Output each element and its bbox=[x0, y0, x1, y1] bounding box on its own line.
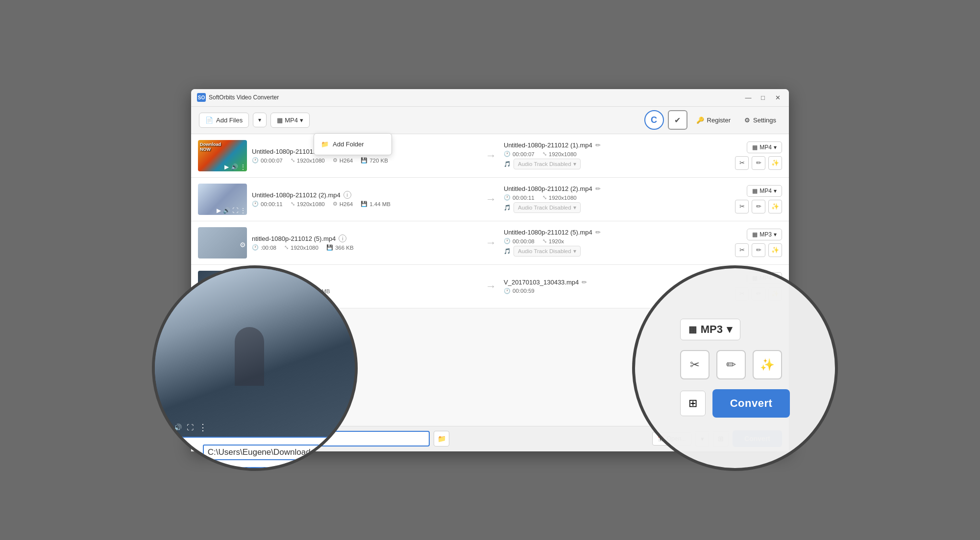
format-col-2: ▦ MP4 ▾ ✂ ✏ ✨ bbox=[735, 185, 782, 213]
format-grid-icon: ▦ bbox=[277, 117, 283, 124]
c-icon: C bbox=[651, 115, 657, 125]
video-controls: ▶ 🔊 ⛶ ⋮ bbox=[155, 422, 355, 433]
minimize-button[interactable]: — bbox=[743, 92, 754, 103]
size-1: 💾 720 KB bbox=[361, 157, 388, 164]
resolution-1: ⤡ 1920x1080 bbox=[291, 157, 325, 164]
format-selector-button[interactable]: ▦ MP4 ▾ bbox=[270, 113, 310, 128]
more-icon[interactable]: ⋮ bbox=[240, 207, 246, 214]
format-label: MP4 bbox=[285, 117, 298, 124]
file-info-2: Untitled-1080p-211012 (2).mp4 i 🕐 00:00:… bbox=[252, 191, 478, 207]
format-grid-icon: ▦ bbox=[688, 324, 697, 335]
zoom-left-content: ▶ 🔊 ⛶ ⋮ Save to C:\Users\Eugene\Download… bbox=[155, 268, 355, 468]
arrow-1: → bbox=[483, 149, 499, 162]
format-actions-2: ✂ ✏ ✨ bbox=[735, 200, 782, 213]
format-actions-3: ✂ ✏ ✨ bbox=[735, 243, 782, 257]
format-chevron-icon: ▾ bbox=[727, 323, 732, 336]
add-dropdown-button[interactable]: ▾ bbox=[253, 113, 267, 127]
play-icon[interactable]: ▶ bbox=[224, 164, 229, 170]
wand-button-2[interactable]: ✨ bbox=[768, 200, 782, 213]
grid-zoom-button[interactable]: ⊞ bbox=[680, 391, 706, 416]
arrow-right-icon: → bbox=[486, 193, 496, 206]
add-folder-item[interactable]: 📁 Add Folder bbox=[314, 137, 392, 152]
audio-track-dropdown-1[interactable]: Audio Track Disabled ▾ bbox=[514, 159, 581, 169]
format-grid-icon: ▦ bbox=[752, 144, 758, 151]
size-2: 💾 1.44 MB bbox=[361, 201, 391, 207]
play-icon[interactable]: ▶ bbox=[217, 207, 221, 214]
add-files-button[interactable]: 📄 Add Files bbox=[199, 113, 249, 128]
edit-zoom-button[interactable]: ✏ bbox=[716, 350, 746, 379]
more-button[interactable]: ⋮ bbox=[198, 422, 207, 433]
edit-icon-2[interactable]: ✏ bbox=[595, 185, 601, 192]
duration-1: 🕐 00:00:07 bbox=[252, 157, 283, 164]
arrow-3: → bbox=[483, 236, 499, 249]
app-icon: SO bbox=[197, 93, 206, 102]
save-to-zoom-label: Save to bbox=[164, 446, 197, 458]
add-files-label: Add Files bbox=[216, 117, 243, 124]
register-button[interactable]: 🔑 Register bbox=[691, 113, 735, 127]
dropdown-chevron: ▾ bbox=[573, 161, 576, 167]
format-dropdown-2[interactable]: ▦ MP4 ▾ bbox=[747, 185, 782, 197]
toolbar: 📄 Add Files ▾ ▦ MP4 ▾ 📁 Add Folder C ✔ 🔑 bbox=[191, 107, 789, 134]
file-name-2: Untitled-1080p-211012 (2).mp4 bbox=[252, 191, 341, 199]
codec-2: ⚙ H264 bbox=[333, 201, 353, 207]
thumbnail-2: ▶ 🔊 ⛶ ⋮ bbox=[198, 184, 247, 215]
wand-button-1[interactable]: ✨ bbox=[768, 156, 782, 170]
zoom-circle-right: ▦ MP3 ▾ ✂ ✏ ✨ ⊞ Convert bbox=[632, 265, 838, 471]
wand-zoom-button[interactable]: ✨ bbox=[753, 350, 782, 379]
cut-zoom-button[interactable]: ✂ bbox=[680, 350, 710, 379]
browse-folder-button[interactable]: 📁 bbox=[434, 431, 449, 446]
resolution-2: ⤡ 1920x1080 bbox=[291, 201, 325, 207]
cut-button-2[interactable]: ✂ bbox=[735, 200, 749, 213]
edit-icon-4[interactable]: ✏ bbox=[582, 279, 587, 286]
audio-track-dropdown-3[interactable]: Audio Track Disabled ▾ bbox=[514, 246, 581, 257]
format-arrow-icon: ▾ bbox=[300, 117, 303, 124]
format-chevron: ▾ bbox=[774, 231, 777, 238]
edit-button-2[interactable]: ✏ bbox=[752, 200, 765, 213]
format-col-3: ▦ MP3 ▾ ✂ ✏ ✨ bbox=[735, 229, 782, 257]
file-name-3: ntitled-1080p-211012 (5).mp4 bbox=[252, 235, 336, 242]
settings-label: Settings bbox=[753, 117, 776, 124]
more-icon[interactable]: ⋮ bbox=[240, 164, 246, 170]
settings-button[interactable]: ⚙ Settings bbox=[739, 113, 781, 127]
edit-icon-3[interactable]: ✏ bbox=[595, 229, 601, 236]
convert-zoom-button[interactable]: Convert bbox=[712, 389, 790, 418]
play-button[interactable]: ▶ bbox=[162, 422, 169, 433]
format-selector-zoom[interactable]: ▦ MP3 ▾ bbox=[680, 319, 740, 340]
settings-icon: ⚙ bbox=[240, 241, 246, 249]
checkmark-button[interactable]: ✔ bbox=[668, 110, 687, 130]
audio-icon-2: 🎵 bbox=[504, 204, 511, 211]
app-title: SoftOrbits Video Converter bbox=[209, 94, 743, 101]
format-dropdown-3[interactable]: ▦ MP3 ▾ bbox=[747, 229, 782, 240]
edit-button-3[interactable]: ✏ bbox=[752, 243, 765, 257]
add-dropdown-menu: 📁 Add Folder bbox=[314, 133, 392, 155]
cut-button-1[interactable]: ✂ bbox=[735, 156, 749, 170]
output-name-2: Untitled-1080p-211012 (2).mp4 bbox=[504, 185, 592, 192]
wand-button-3[interactable]: ✨ bbox=[768, 243, 782, 257]
arrow-right-icon: → bbox=[486, 149, 496, 162]
maximize-button[interactable]: □ bbox=[758, 92, 768, 103]
clock-icon-out: 🕐 bbox=[504, 151, 511, 157]
edit-button-1[interactable]: ✏ bbox=[752, 156, 765, 170]
info-icon-3[interactable]: i bbox=[339, 235, 346, 242]
close-button[interactable]: ✕ bbox=[772, 92, 783, 103]
codec-1: ⚙ H264 bbox=[333, 157, 353, 164]
format-dropdown-1[interactable]: ▦ MP4 ▾ bbox=[747, 141, 782, 153]
folder-icon: 📁 bbox=[321, 141, 329, 148]
audio-track-dropdown-2[interactable]: Audio Track Disabled ▾ bbox=[514, 202, 581, 213]
edit-icon-1[interactable]: ✏ bbox=[595, 141, 601, 149]
convert-row-zoom: ⊞ Convert bbox=[680, 389, 790, 418]
register-label: Register bbox=[707, 117, 731, 124]
info-icon-2[interactable]: i bbox=[343, 191, 351, 199]
volume-button[interactable]: 🔊 bbox=[173, 423, 182, 431]
audio-icon-1: 🎵 bbox=[504, 161, 511, 167]
fullscreen-button[interactable]: ⛶ bbox=[187, 423, 194, 431]
action-buttons-zoom: ✂ ✏ ✨ bbox=[680, 350, 782, 379]
cut-button-3[interactable]: ✂ bbox=[735, 243, 749, 257]
window-controls: — □ ✕ bbox=[743, 92, 783, 103]
zoom-right-content: ▦ MP3 ▾ ✂ ✏ ✨ ⊞ Convert bbox=[665, 304, 805, 432]
save-to-bar: Save to C:\Users\Eugene\Downloads bbox=[155, 437, 355, 468]
thumbnail-3: ⚙ bbox=[198, 227, 247, 258]
volume-icon: 🔊 bbox=[231, 164, 238, 170]
circular-c-button[interactable]: C bbox=[644, 110, 664, 130]
add-folder-label: Add Folder bbox=[333, 141, 364, 148]
